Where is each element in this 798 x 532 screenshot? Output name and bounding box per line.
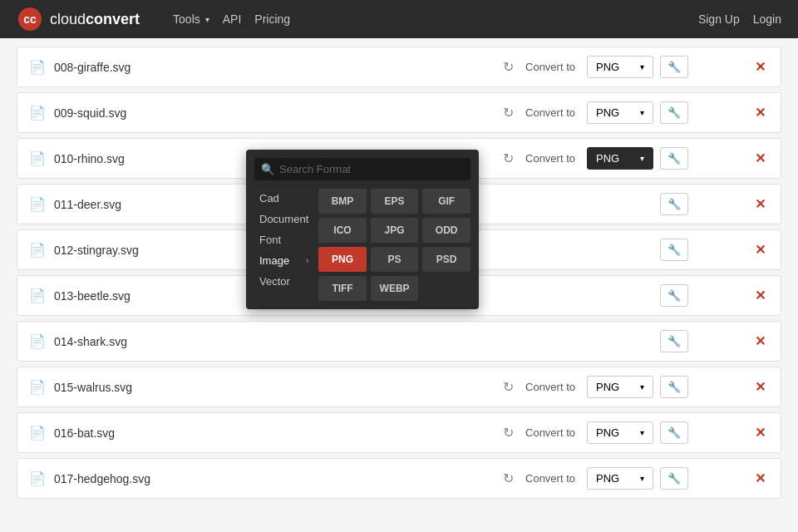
- file-name: 017-hedgehog.svg: [54, 472, 503, 485]
- file-name: 009-squid.svg: [54, 106, 503, 120]
- delete-button[interactable]: ✕: [751, 288, 769, 303]
- navbar: cc cloudconvert Tools ▾ API Pricing Sign…: [0, 0, 798, 38]
- delete-button[interactable]: ✕: [751, 196, 769, 212]
- delete-button[interactable]: ✕: [751, 379, 769, 395]
- format-button[interactable]: PNG ▾: [587, 56, 653, 78]
- format-option[interactable]: ICO: [318, 218, 367, 243]
- file-actions: 🔧 ✕: [520, 239, 769, 261]
- file-row: 📄 016-bat.svg ↻ Convert to PNG ▾ 🔧 ✕: [17, 412, 781, 453]
- file-icon: 📄: [29, 150, 46, 166]
- refresh-icon[interactable]: ↻: [503, 470, 514, 486]
- format-grid: BMPEPSGIFICOJPGODDPNGPSPSDTIFFWEBP: [318, 189, 470, 301]
- file-name: 015-walrus.svg: [54, 381, 503, 394]
- tools-label: Tools: [173, 12, 200, 26]
- signup-link[interactable]: Sign Up: [698, 12, 740, 26]
- file-row: 📄 017-hedgehog.svg ↻ Convert to PNG ▾ 🔧 …: [17, 458, 781, 499]
- file-row: 📄 008-giraffe.svg ↻ Convert to PNG ▾ 🔧 ✕: [17, 47, 781, 87]
- pricing-link[interactable]: Pricing: [254, 12, 290, 26]
- dropdown-body: CadDocumentFontImage›Vector BMPEPSGIFICO…: [254, 189, 470, 301]
- settings-button[interactable]: 🔧: [660, 56, 688, 78]
- login-link[interactable]: Login: [753, 12, 781, 26]
- refresh-icon[interactable]: ↻: [503, 150, 514, 166]
- settings-button[interactable]: 🔧: [660, 284, 688, 307]
- convert-label: Convert to: [525, 472, 575, 485]
- settings-button[interactable]: 🔧: [660, 421, 688, 444]
- settings-button[interactable]: 🔧: [660, 330, 688, 352]
- delete-button[interactable]: ✕: [751, 59, 769, 75]
- format-search-input[interactable]: [279, 163, 464, 175]
- file-actions: 🔧 ✕: [520, 330, 769, 352]
- file-row: 📄 009-squid.svg ↻ Convert to PNG ▾ 🔧 ✕: [17, 92, 781, 133]
- format-search-container: 🔍: [254, 158, 470, 180]
- file-actions: ↻ Convert to PNG ▾ 🔧 ✕: [503, 101, 769, 124]
- settings-button[interactable]: 🔧: [660, 193, 688, 215]
- api-link[interactable]: API: [223, 12, 242, 26]
- category-item[interactable]: Vector: [254, 272, 313, 291]
- convert-label: Convert to: [525, 61, 575, 73]
- delete-button[interactable]: ✕: [751, 425, 769, 441]
- file-name: 016-bat.svg: [54, 426, 503, 440]
- category-item[interactable]: Image›: [254, 251, 313, 270]
- file-name: 014-shark.svg: [54, 335, 520, 348]
- settings-button[interactable]: 🔧: [660, 376, 688, 398]
- category-item[interactable]: Cad: [254, 189, 313, 208]
- format-categories: CadDocumentFontImage›Vector: [254, 189, 313, 301]
- svg-text:cc: cc: [23, 12, 37, 26]
- delete-button[interactable]: ✕: [751, 470, 769, 486]
- format-option[interactable]: TIFF: [318, 276, 367, 301]
- format-option[interactable]: PSD: [422, 247, 470, 272]
- file-row: 📄 014-shark.svg 🔧 ✕: [17, 321, 781, 362]
- refresh-icon[interactable]: ↻: [503, 379, 514, 395]
- format-button[interactable]: PNG ▾: [587, 467, 653, 490]
- format-option[interactable]: EPS: [371, 189, 419, 214]
- format-option[interactable]: ODD: [422, 218, 470, 243]
- format-option[interactable]: BMP: [318, 189, 367, 214]
- chevron-right-icon: ›: [306, 256, 308, 265]
- nav-links: Tools ▾ API Pricing: [173, 12, 290, 26]
- refresh-icon[interactable]: ↻: [503, 105, 514, 121]
- format-button[interactable]: PNG ▾: [587, 376, 653, 398]
- file-actions: ↻ Convert to PNG ▾ 🔧 ✕: [503, 467, 769, 490]
- file-actions: ↻ Convert to PNG ▾ 🔧 ✕: [503, 147, 769, 170]
- settings-button[interactable]: 🔧: [660, 239, 688, 261]
- format-dropdown: 🔍 CadDocumentFontImage›Vector BMPEPSGIFI…: [246, 150, 479, 309]
- refresh-icon[interactable]: ↻: [503, 425, 514, 441]
- format-button[interactable]: PNG ▾: [587, 147, 653, 170]
- main-content: 📄 008-giraffe.svg ↻ Convert to PNG ▾ 🔧 ✕…: [0, 38, 798, 512]
- category-item[interactable]: Font: [254, 230, 313, 249]
- format-option[interactable]: JPG: [371, 218, 419, 243]
- settings-button[interactable]: 🔧: [660, 101, 688, 124]
- brand-icon: cc: [17, 6, 43, 32]
- file-icon: 📄: [29, 425, 46, 441]
- settings-button[interactable]: 🔧: [660, 467, 688, 490]
- file-icon: 📄: [29, 470, 46, 486]
- file-actions: 🔧 ✕: [520, 193, 769, 215]
- file-icon: 📄: [29, 242, 46, 258]
- format-button[interactable]: PNG ▾: [587, 421, 653, 444]
- format-option[interactable]: PNG: [318, 247, 367, 272]
- convert-label: Convert to: [525, 381, 575, 393]
- search-icon: 🔍: [261, 163, 274, 175]
- delete-button[interactable]: ✕: [751, 242, 769, 258]
- settings-button[interactable]: 🔧: [660, 147, 688, 170]
- format-option[interactable]: PS: [371, 247, 419, 272]
- brand-text: cloudconvert: [50, 11, 140, 28]
- refresh-icon[interactable]: ↻: [503, 59, 514, 75]
- file-row: 📄 015-walrus.svg ↻ Convert to PNG ▾ 🔧 ✕: [17, 367, 781, 407]
- delete-button[interactable]: ✕: [751, 333, 769, 349]
- file-icon: 📄: [29, 105, 46, 121]
- format-option[interactable]: GIF: [422, 189, 470, 214]
- delete-button[interactable]: ✕: [751, 105, 769, 121]
- chevron-down-icon: ▾: [205, 15, 209, 24]
- brand: cc cloudconvert: [17, 6, 140, 32]
- delete-button[interactable]: ✕: [751, 150, 769, 166]
- format-button[interactable]: PNG ▾: [587, 101, 653, 124]
- tools-menu[interactable]: Tools ▾: [173, 12, 209, 26]
- file-icon: 📄: [29, 59, 46, 75]
- file-actions: ↻ Convert to PNG ▾ 🔧 ✕: [503, 421, 769, 444]
- file-icon: 📄: [29, 333, 46, 349]
- category-item[interactable]: Document: [254, 209, 313, 229]
- file-icon: 📄: [29, 288, 46, 303]
- nav-right: Sign Up Login: [698, 12, 781, 26]
- format-option[interactable]: WEBP: [371, 276, 419, 301]
